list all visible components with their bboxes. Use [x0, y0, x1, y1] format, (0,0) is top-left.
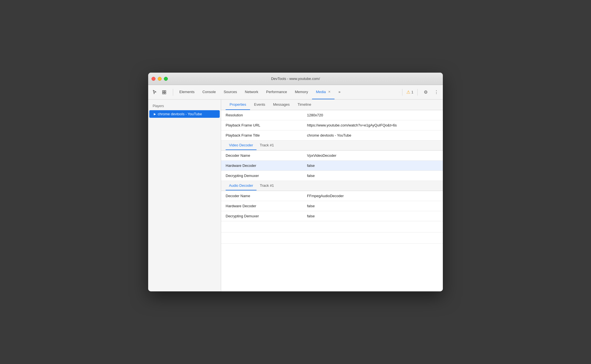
svg-rect-0: [162, 91, 164, 92]
svg-rect-2: [162, 93, 164, 94]
prop-value-video-demuxer: false: [303, 171, 443, 180]
tab-elements[interactable]: Elements: [175, 85, 198, 99]
prop-key-video-demuxer: Decrypting Demuxer: [221, 171, 303, 180]
prop-value-audio-demuxer: false: [303, 212, 443, 220]
svg-rect-1: [164, 91, 166, 92]
toolbar-separator: [173, 89, 173, 96]
window-title: DevTools - www.youtube.com/: [271, 77, 320, 81]
prop-value-playback-url: https://www.youtube.com/watch?v=e1gAyQuI…: [303, 121, 443, 130]
audio-decoder-section-header: Audio Decoder Track #1: [221, 181, 443, 191]
panel-tab-properties[interactable]: Properties: [226, 100, 250, 110]
settings-button[interactable]: ⚙: [422, 88, 430, 96]
prop-key-video-hardware: Hardware Decoder: [221, 161, 303, 170]
sidebar-item-youtube[interactable]: ▶ chrome devtools - YouTube: [149, 110, 220, 118]
sidebar-item-label: chrome devtools - YouTube: [158, 112, 202, 116]
maximize-button[interactable]: [164, 77, 168, 81]
sidebar-label: Players: [148, 103, 221, 110]
tab-sources[interactable]: Sources: [220, 85, 241, 99]
panel: Properties Events Messages Timeline Reso…: [221, 100, 443, 291]
properties-table: Resolution 1280x720 Playback Frame URL h…: [221, 110, 443, 291]
prop-value-audio-hardware: false: [303, 202, 443, 210]
table-row: Decrypting Demuxer false: [221, 211, 443, 221]
tab-media[interactable]: Media ✕: [312, 85, 335, 99]
prop-value-resolution: 1280x720: [303, 111, 443, 119]
prop-key-video-decoder-name: Decoder Name: [221, 151, 303, 160]
table-row: Decrypting Demuxer false: [221, 171, 443, 181]
toolbar: Elements Console Sources Network Perform…: [148, 85, 443, 100]
audio-track-tab[interactable]: Track #1: [256, 181, 277, 190]
empty-row: [221, 221, 443, 232]
traffic-lights: [152, 77, 168, 81]
video-track-tab[interactable]: Track #1: [256, 141, 277, 150]
cursor-icon-button[interactable]: [150, 88, 159, 96]
toolbar-icons: [150, 88, 168, 96]
table-row: Resolution 1280x720: [221, 110, 443, 120]
tab-console[interactable]: Console: [198, 85, 220, 99]
sidebar: Players ▶ chrome devtools - YouTube: [148, 100, 221, 291]
warning-badge[interactable]: ⚠ 1: [406, 89, 413, 95]
table-row: Hardware Decoder false: [221, 201, 443, 211]
cursor-icon: [152, 90, 157, 95]
prop-key-playback-url: Playback Frame URL: [221, 121, 303, 130]
table-row: Playback Frame Title chrome devtools - Y…: [221, 130, 443, 140]
table-row: Decoder Name VpxVideoDecoder: [221, 151, 443, 161]
sidebar-arrow-icon: ▶: [154, 112, 156, 116]
prop-value-video-decoder-name: VpxVideoDecoder: [303, 151, 443, 160]
tab-performance[interactable]: Performance: [262, 85, 291, 99]
svg-rect-3: [164, 93, 166, 94]
main-content: Players ▶ chrome devtools - YouTube Prop…: [148, 100, 443, 291]
panel-tabs: Properties Events Messages Timeline: [221, 100, 443, 110]
prop-key-resolution: Resolution: [221, 111, 303, 119]
prop-key-audio-hardware: Hardware Decoder: [221, 202, 303, 210]
settings-icon: ⚙: [424, 89, 428, 95]
inspect-icon: [162, 90, 166, 95]
video-decoder-tab[interactable]: Video Decoder: [226, 141, 256, 150]
more-options-button[interactable]: ⋮: [432, 88, 441, 96]
toolbar-separator-2: [402, 89, 402, 96]
video-decoder-section-header: Video Decoder Track #1: [221, 140, 443, 151]
table-row: Playback Frame URL https://www.youtube.c…: [221, 120, 443, 130]
toolbar-separator-3: [417, 89, 418, 96]
panel-tab-messages[interactable]: Messages: [269, 100, 294, 110]
empty-row-2: [221, 232, 443, 244]
warning-count: 1: [411, 90, 413, 94]
tab-more[interactable]: »: [335, 85, 344, 99]
close-button[interactable]: [152, 77, 155, 81]
prop-value-audio-decoder-name: FFmpegAudioDecoder: [303, 192, 443, 200]
toolbar-tabs: Elements Console Sources Network Perform…: [175, 85, 344, 99]
table-row: Hardware Decoder false: [221, 161, 443, 171]
tab-memory[interactable]: Memory: [291, 85, 312, 99]
tab-network[interactable]: Network: [241, 85, 262, 99]
prop-key-audio-demuxer: Decrypting Demuxer: [221, 212, 303, 220]
audio-decoder-tab[interactable]: Audio Decoder: [226, 181, 256, 190]
toolbar-right: ⚠ 1 ⚙ ⋮: [400, 88, 441, 96]
prop-value-video-hardware: false: [303, 161, 443, 170]
more-options-icon: ⋮: [434, 89, 439, 95]
warning-icon: ⚠: [406, 89, 410, 95]
devtools-window: DevTools - www.youtube.com/ Element: [148, 73, 443, 291]
table-row: Decoder Name FFmpegAudioDecoder: [221, 191, 443, 201]
prop-key-audio-decoder-name: Decoder Name: [221, 192, 303, 200]
prop-value-playback-title: chrome devtools - YouTube: [303, 131, 443, 140]
minimize-button[interactable]: [158, 77, 162, 81]
media-tab-close[interactable]: ✕: [328, 90, 331, 94]
panel-tab-timeline[interactable]: Timeline: [294, 100, 315, 110]
inspect-icon-button[interactable]: [160, 88, 168, 96]
prop-key-playback-title: Playback Frame Title: [221, 131, 303, 140]
title-bar: DevTools - www.youtube.com/: [148, 73, 443, 85]
panel-tab-events[interactable]: Events: [250, 100, 269, 110]
